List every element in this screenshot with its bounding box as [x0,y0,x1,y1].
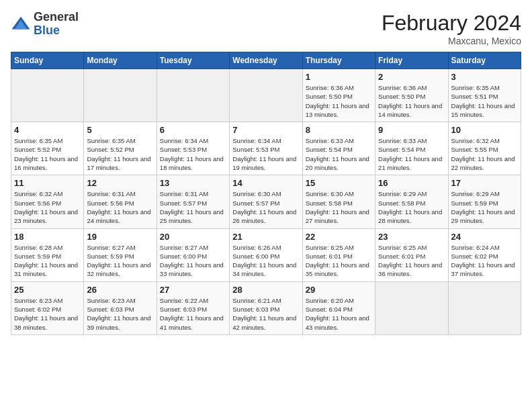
day-info: Sunrise: 6:20 AM Sunset: 6:04 PM Dayligh… [306,296,372,332]
day-info: Sunrise: 6:23 AM Sunset: 6:03 PM Dayligh… [87,296,153,332]
day-cell [375,281,448,334]
day-number: 17 [451,178,518,188]
day-info: Sunrise: 6:23 AM Sunset: 6:02 PM Dayligh… [14,296,81,332]
day-number: 6 [160,125,226,135]
day-info: Sunrise: 6:28 AM Sunset: 5:59 PM Dayligh… [14,243,81,279]
day-cell: 2Sunrise: 6:36 AM Sunset: 5:50 PM Daylig… [375,69,448,122]
day-number: 4 [14,125,81,135]
week-row-0: 1Sunrise: 6:36 AM Sunset: 5:50 PM Daylig… [11,69,521,122]
day-cell: 5Sunrise: 6:35 AM Sunset: 5:52 PM Daylig… [84,122,157,175]
day-cell: 28Sunrise: 6:21 AM Sunset: 6:03 PM Dayli… [230,281,302,334]
day-cell [11,69,84,122]
day-info: Sunrise: 6:36 AM Sunset: 5:50 PM Dayligh… [378,83,445,119]
day-number: 27 [160,285,226,295]
day-cell: 4Sunrise: 6:35 AM Sunset: 5:52 PM Daylig… [11,122,84,175]
week-row-2: 11Sunrise: 6:32 AM Sunset: 5:56 PM Dayli… [11,175,521,228]
day-cell: 26Sunrise: 6:23 AM Sunset: 6:03 PM Dayli… [84,281,157,334]
day-info: Sunrise: 6:30 AM Sunset: 5:57 PM Dayligh… [232,189,299,225]
month-title: February 2024 [382,11,521,36]
day-number: 19 [87,232,153,242]
day-number: 24 [451,232,518,242]
day-number: 3 [451,72,518,82]
header-cell-friday: Friday [375,52,448,69]
day-number: 1 [306,72,372,82]
day-info: Sunrise: 6:25 AM Sunset: 6:01 PM Dayligh… [306,243,372,279]
day-cell [84,69,157,122]
header-cell-sunday: Sunday [11,52,84,69]
week-row-1: 4Sunrise: 6:35 AM Sunset: 5:52 PM Daylig… [11,122,521,175]
day-cell: 8Sunrise: 6:33 AM Sunset: 5:54 PM Daylig… [302,122,375,175]
logo-icon [11,14,31,34]
day-number: 2 [378,72,445,82]
day-number: 11 [14,178,81,188]
page-header: General Blue February 2024 Maxcanu, Mexi… [11,11,521,46]
day-cell: 7Sunrise: 6:34 AM Sunset: 5:53 PM Daylig… [230,122,302,175]
day-cell [448,281,521,334]
day-info: Sunrise: 6:26 AM Sunset: 6:00 PM Dayligh… [232,243,299,279]
day-info: Sunrise: 6:21 AM Sunset: 6:03 PM Dayligh… [232,296,299,332]
day-info: Sunrise: 6:36 AM Sunset: 5:50 PM Dayligh… [306,83,372,119]
day-info: Sunrise: 6:35 AM Sunset: 5:52 PM Dayligh… [87,136,153,172]
location: Maxcanu, Mexico [382,36,521,46]
day-info: Sunrise: 6:32 AM Sunset: 5:55 PM Dayligh… [451,136,518,172]
day-cell: 25Sunrise: 6:23 AM Sunset: 6:02 PM Dayli… [11,281,84,334]
day-number: 22 [306,232,372,242]
day-number: 26 [87,285,153,295]
day-number: 9 [378,125,445,135]
day-number: 23 [378,232,445,242]
header-cell-monday: Monday [84,52,157,69]
day-cell: 17Sunrise: 6:29 AM Sunset: 5:59 PM Dayli… [448,175,521,228]
day-number: 18 [14,232,81,242]
day-info: Sunrise: 6:27 AM Sunset: 5:59 PM Dayligh… [87,243,153,279]
day-number: 28 [232,285,299,295]
logo-text: General Blue [34,11,79,38]
title-section: February 2024 Maxcanu, Mexico [382,11,521,46]
week-row-3: 18Sunrise: 6:28 AM Sunset: 5:59 PM Dayli… [11,228,521,281]
week-row-4: 25Sunrise: 6:23 AM Sunset: 6:02 PM Dayli… [11,281,521,334]
calendar-table: SundayMondayTuesdayWednesdayThursdayFrid… [11,52,521,335]
day-number: 10 [451,125,518,135]
day-cell: 1Sunrise: 6:36 AM Sunset: 5:50 PM Daylig… [302,69,375,122]
logo-general: General [34,11,79,24]
day-cell: 23Sunrise: 6:25 AM Sunset: 6:01 PM Dayli… [375,228,448,281]
day-number: 13 [160,178,226,188]
header-cell-saturday: Saturday [448,52,521,69]
header-cell-tuesday: Tuesday [157,52,229,69]
logo-blue: Blue [34,24,79,38]
day-number: 20 [160,232,226,242]
day-info: Sunrise: 6:32 AM Sunset: 5:56 PM Dayligh… [14,189,81,225]
day-info: Sunrise: 6:22 AM Sunset: 6:03 PM Dayligh… [160,296,226,332]
day-number: 16 [378,178,445,188]
day-number: 15 [306,178,372,188]
day-info: Sunrise: 6:33 AM Sunset: 5:54 PM Dayligh… [378,136,445,172]
day-cell: 21Sunrise: 6:26 AM Sunset: 6:00 PM Dayli… [230,228,302,281]
day-info: Sunrise: 6:34 AM Sunset: 5:53 PM Dayligh… [232,136,299,172]
day-cell: 15Sunrise: 6:30 AM Sunset: 5:58 PM Dayli… [302,175,375,228]
day-cell: 16Sunrise: 6:29 AM Sunset: 5:58 PM Dayli… [375,175,448,228]
day-number: 29 [306,285,372,295]
day-number: 5 [87,125,153,135]
day-number: 14 [232,178,299,188]
day-info: Sunrise: 6:33 AM Sunset: 5:54 PM Dayligh… [306,136,372,172]
day-cell: 3Sunrise: 6:35 AM Sunset: 5:51 PM Daylig… [448,69,521,122]
day-info: Sunrise: 6:35 AM Sunset: 5:52 PM Dayligh… [14,136,81,172]
day-cell: 27Sunrise: 6:22 AM Sunset: 6:03 PM Dayli… [157,281,229,334]
day-cell: 18Sunrise: 6:28 AM Sunset: 5:59 PM Dayli… [11,228,84,281]
day-info: Sunrise: 6:31 AM Sunset: 5:56 PM Dayligh… [87,189,153,225]
logo: General Blue [11,11,79,38]
day-info: Sunrise: 6:35 AM Sunset: 5:51 PM Dayligh… [451,83,518,119]
day-number: 12 [87,178,153,188]
header-cell-thursday: Thursday [302,52,375,69]
day-number: 8 [306,125,372,135]
day-cell: 13Sunrise: 6:31 AM Sunset: 5:57 PM Dayli… [157,175,229,228]
day-info: Sunrise: 6:25 AM Sunset: 6:01 PM Dayligh… [378,243,445,279]
day-info: Sunrise: 6:30 AM Sunset: 5:58 PM Dayligh… [306,189,372,225]
day-cell: 9Sunrise: 6:33 AM Sunset: 5:54 PM Daylig… [375,122,448,175]
day-info: Sunrise: 6:29 AM Sunset: 5:59 PM Dayligh… [451,189,518,225]
day-info: Sunrise: 6:31 AM Sunset: 5:57 PM Dayligh… [160,189,226,225]
day-info: Sunrise: 6:24 AM Sunset: 6:02 PM Dayligh… [451,243,518,279]
day-cell: 19Sunrise: 6:27 AM Sunset: 5:59 PM Dayli… [84,228,157,281]
day-info: Sunrise: 6:34 AM Sunset: 5:53 PM Dayligh… [160,136,226,172]
day-cell: 12Sunrise: 6:31 AM Sunset: 5:56 PM Dayli… [84,175,157,228]
day-cell [157,69,229,122]
